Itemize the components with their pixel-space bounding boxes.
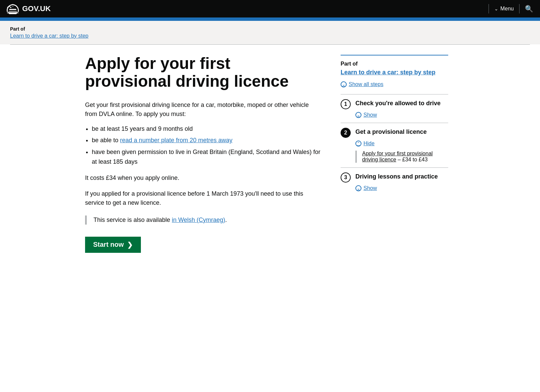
bullet-text-1: be at least 15 years and 9 months old [92,125,193,132]
welsh-text-after: . [225,217,227,223]
left-content: Apply for your first provisional driving… [85,51,320,253]
right-sidebar: Part of Learn to drive a car: step by st… [341,51,448,253]
header-divider-2 [519,4,519,13]
step-title-2: Get a provisional licence [355,128,448,135]
step-number-3: 3 [341,172,351,183]
steps-list: 1 Check you're allowed to drive ⌄ Show 2… [341,94,448,196]
step-2-toggle-icon: ⌃ [355,141,361,147]
list-item: have been given permission to live in Gr… [92,147,320,167]
bullet-text-3: have been given permission to live in Gr… [92,149,320,165]
show-all-steps-button[interactable]: ⌄ Show all steps [341,81,383,87]
step-header-3: 3 Driving lessons and practice [341,172,448,183]
intro-text: Get your first provisional driving licen… [85,101,320,119]
bullet-text-2-before: be able to [92,137,120,144]
show-all-steps-label: Show all steps [349,81,383,87]
chevron-down-icon: ⌄ [494,6,498,11]
step-item-3: 3 Driving lessons and practice ⌄ Show [341,167,448,196]
step-1-toggle-icon: ⌄ [355,112,361,118]
part-of-banner: Part of Learn to drive a car: step by st… [0,21,540,44]
welsh-text-before: This service is also available [93,217,172,223]
step-2-toggle[interactable]: ⌃ Hide [355,141,375,147]
welsh-notice: This service is also available in Welsh … [85,215,320,225]
number-plate-link[interactable]: read a number plate from 20 metres away [120,137,232,144]
step-1-toggle[interactable]: ⌄ Show [355,112,377,118]
step-number-1: 1 [341,99,351,109]
part-of-link[interactable]: Learn to drive a car: step by step [10,33,88,39]
step-header-1: 1 Check you're allowed to drive [341,99,448,109]
header-nav: ⌄ Menu 🔍 [483,4,533,13]
main-container: Apply for your first provisional driving… [75,45,465,273]
list-item: be at least 15 years and 9 months old [92,124,320,134]
step-title-1: Check you're allowed to drive [355,100,448,107]
crown-icon [7,3,19,14]
step-3-toggle-label: Show [363,185,377,191]
welsh-link[interactable]: in Welsh (Cymraeg) [172,217,225,223]
sidebar-part-of-label: Part of [341,61,448,67]
step-1-toggle-label: Show [363,112,377,118]
menu-button[interactable]: ⌄ Menu [494,6,514,12]
step-item-2: 2 Get a provisional licence ⌃ Hide Apply… [341,123,448,167]
cost-text: It costs £34 when you apply online. [85,173,320,183]
search-icon: 🔍 [525,5,533,13]
chevron-down-circle-icon: ⌄ [341,81,347,87]
gov-uk-text: GOV.UK [22,4,51,13]
header-divider [489,4,489,13]
gov-uk-logo[interactable]: GOV.UK [7,3,51,14]
notice-text: If you applied for a provisional licence… [85,189,320,207]
start-now-label: Start now [93,241,124,248]
page-title: Apply for your first provisional driving… [85,55,320,90]
step-number-2: 2 [341,128,351,138]
search-button[interactable]: 🔍 [525,5,533,13]
blue-bar [0,17,540,21]
list-item: be able to read a number plate from 20 m… [92,135,320,145]
site-header: GOV.UK ⌄ Menu 🔍 [0,0,540,17]
step-2-content-text: – £34 to £43 [398,157,428,162]
part-of-label: Part of [10,26,530,32]
start-now-button[interactable]: Start now ❯ [85,237,141,253]
step-2-toggle-label: Hide [363,141,375,147]
chevron-right-icon: ❯ [127,241,133,249]
menu-label: Menu [500,6,514,12]
step-header-2: 2 Get a provisional licence [341,128,448,138]
requirements-list: be at least 15 years and 9 months old be… [92,124,320,167]
step-title-3: Driving lessons and practice [355,173,448,180]
sidebar-step-by-step-link[interactable]: Learn to drive a car: step by step [341,69,448,76]
step-item-1: 1 Check you're allowed to drive ⌄ Show [341,94,448,123]
step-3-toggle-icon: ⌄ [355,185,361,191]
step-3-toggle[interactable]: ⌄ Show [355,185,377,191]
sidebar-separator [341,55,448,55]
step-2-content: Apply for your first provisional driving… [355,151,448,163]
